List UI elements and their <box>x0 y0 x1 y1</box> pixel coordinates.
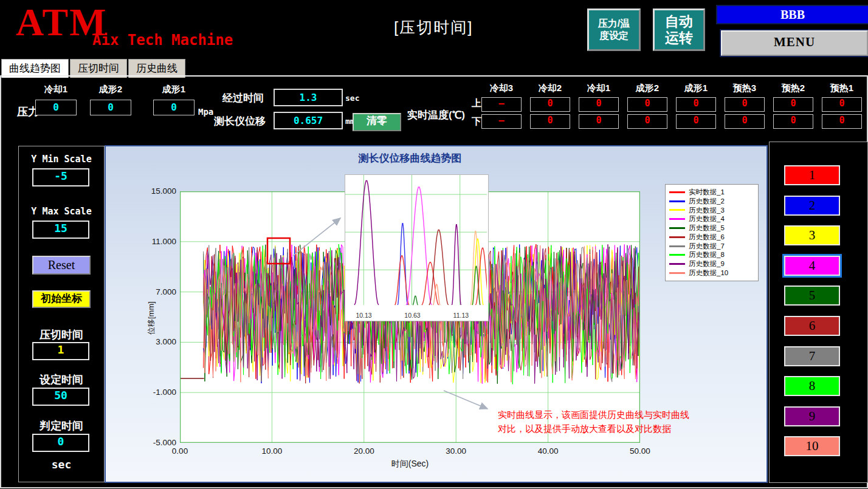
legend-item: 历史数据_6 <box>669 233 754 242</box>
auto-run-label-2: 运转 <box>655 30 703 46</box>
press-cut-time-field[interactable]: 1 <box>32 342 89 360</box>
displacement-label: 测长仪位移 <box>214 114 266 128</box>
legend-line-sample <box>669 227 685 229</box>
legend-line-sample <box>669 245 685 247</box>
legend-label: 历史数据_4 <box>689 214 725 224</box>
left-settings-panel: Y Min Scale -5 Y Max Scale 15 Reset 初始坐标… <box>18 146 105 482</box>
page-title: [压切时间] <box>394 17 473 38</box>
y-max-scale-label: Y Max Scale <box>19 206 104 217</box>
curve-button-2[interactable]: 2 <box>784 196 840 216</box>
temp-column: 预热200 <box>773 83 813 129</box>
set-time-label: 设定时间 <box>19 372 104 387</box>
judge-time-field[interactable]: 0 <box>32 434 89 452</box>
hmi-screen: ATM Aix Tech Machine [压切时间] 压力/温 度设定 自动 … <box>0 0 868 489</box>
legend-line-sample <box>669 209 685 211</box>
reset-button[interactable]: Reset <box>32 256 91 275</box>
temp-value-lower: 0 <box>579 114 619 129</box>
legend-label: 历史数据_6 <box>689 233 725 242</box>
pressure-column: 成形10 <box>153 84 195 115</box>
x-tick-label: 10.00 <box>255 446 289 456</box>
legend-item: 历史数据_7 <box>669 242 754 251</box>
pressure-temp-settings-label-2: 度设定 <box>589 30 639 42</box>
temp-row-label-down: 下 <box>472 115 481 128</box>
clear-button[interactable]: 清零 <box>353 113 401 131</box>
initial-coordinates-button[interactable]: 初始坐标 <box>32 290 91 308</box>
inset-x-tick: 11.13 <box>449 312 473 319</box>
y-min-scale-label: Y Min Scale <box>19 154 104 165</box>
pressure-column-label: 成形2 <box>90 84 131 96</box>
legend-item: 实时数据_1 <box>669 188 754 197</box>
curve-button-10[interactable]: 10 <box>784 436 840 456</box>
temp-value-upper: 0 <box>530 97 570 112</box>
temp-column-header: 成形2 <box>627 83 667 95</box>
temp-value-lower: 0 <box>822 114 862 129</box>
tab-bar: 曲线趋势图压切时间历史曲线 <box>1 59 187 75</box>
temp-column-header: 预热1 <box>822 83 862 95</box>
press-cut-time-label: 压切时间 <box>19 327 104 342</box>
curve-button-9[interactable]: 9 <box>784 406 840 426</box>
temp-column: 成形200 <box>627 83 667 129</box>
curve-button-3[interactable]: 3 <box>784 225 840 245</box>
curve-button-4[interactable]: 4 <box>784 256 840 276</box>
x-tick-label: 40.00 <box>531 446 565 456</box>
pressure-value-display: 0 <box>35 100 77 115</box>
temp-value-upper: 0 <box>822 97 862 112</box>
elapsed-time-unit: sec <box>345 94 359 103</box>
y-max-scale-field[interactable]: 15 <box>32 221 89 239</box>
legend-item: 历史数据_9 <box>669 259 754 268</box>
inset-x-tick: 10.13 <box>352 312 376 319</box>
pressure-column-label: 成形1 <box>153 84 195 96</box>
x-axis-label: 时间(Sec) <box>180 459 640 470</box>
temp-column-header: 成形1 <box>676 83 716 95</box>
legend-line-sample <box>669 236 685 238</box>
legend-label: 历史数据_8 <box>689 250 725 259</box>
temp-value-upper: 0 <box>773 97 813 112</box>
y-tick-label: 7.000 <box>124 287 176 296</box>
annotation-line-2: 对比，以及提供手动放大查看以及对比数据 <box>498 422 689 436</box>
pressure-value-display: 0 <box>90 100 131 115</box>
curve-button-1[interactable]: 1 <box>784 165 840 185</box>
legend-item: 历史数据_4 <box>669 214 754 224</box>
x-tick-label: 0.00 <box>163 446 197 456</box>
temp-value-lower: 0 <box>725 114 765 129</box>
curve-button-5[interactable]: 5 <box>784 286 840 306</box>
sec-unit-label: sec <box>19 458 104 471</box>
pressure-temp-settings-button[interactable]: 压力/温 度设定 <box>587 9 641 51</box>
temp-column-header: 冷却1 <box>579 83 619 95</box>
chart-legend: 实时数据_1历史数据_2历史数据_3历史数据_4历史数据_5历史数据_6历史数据… <box>665 184 759 281</box>
bbb-status-bar: BBB <box>717 6 868 23</box>
pressure-column: 成形20 <box>90 84 131 115</box>
tab-divider <box>0 75 868 77</box>
legend-item: 历史数据_10 <box>669 268 754 278</box>
pressure-column-label: 冷却1 <box>35 84 77 96</box>
pressure-unit: Mpa <box>198 107 213 117</box>
pressure-value-display: 0 <box>153 100 195 115</box>
curve-button-7[interactable]: 7 <box>784 346 840 366</box>
temp-value-lower: 0 <box>627 114 667 129</box>
x-tick-label: 20.00 <box>347 446 381 456</box>
legend-item: 历史数据_2 <box>669 197 754 206</box>
temp-value-lower: 0 <box>773 114 813 129</box>
menu-button[interactable]: MENU <box>721 30 868 56</box>
legend-label: 历史数据_7 <box>689 242 725 251</box>
pressure-column: 冷却10 <box>35 84 77 115</box>
temp-column-header: 冷却2 <box>530 83 570 95</box>
chart-annotation-text: 实时曲线显示，该画面提供历史曲线与实时曲线 对比，以及提供手动放大查看以及对比数… <box>498 408 689 436</box>
temp-column: 成形100 <box>676 83 716 129</box>
legend-item: 历史数据_5 <box>669 224 754 233</box>
x-tick-label: 30.00 <box>439 446 473 456</box>
legend-item: 历史数据_8 <box>669 251 754 260</box>
chart-title: 测长仪位移曲线趋势图 <box>180 151 640 165</box>
legend-label: 历史数据_9 <box>689 259 725 268</box>
pressure-temp-settings-label-1: 压力/温 <box>589 18 639 30</box>
temp-column: 冷却3—— <box>481 83 522 129</box>
temp-column-header: 预热2 <box>773 83 813 95</box>
set-time-field[interactable]: 50 <box>32 388 89 406</box>
y-min-scale-field[interactable]: -5 <box>32 168 89 186</box>
legend-line-sample <box>669 200 685 202</box>
y-tick-label: 3.000 <box>124 337 176 346</box>
curve-button-8[interactable]: 8 <box>784 376 840 396</box>
curve-button-6[interactable]: 6 <box>784 316 840 336</box>
annotation-line-1: 实时曲线显示，该画面提供历史曲线与实时曲线 <box>498 408 689 422</box>
auto-run-button[interactable]: 自动 运转 <box>653 9 705 51</box>
